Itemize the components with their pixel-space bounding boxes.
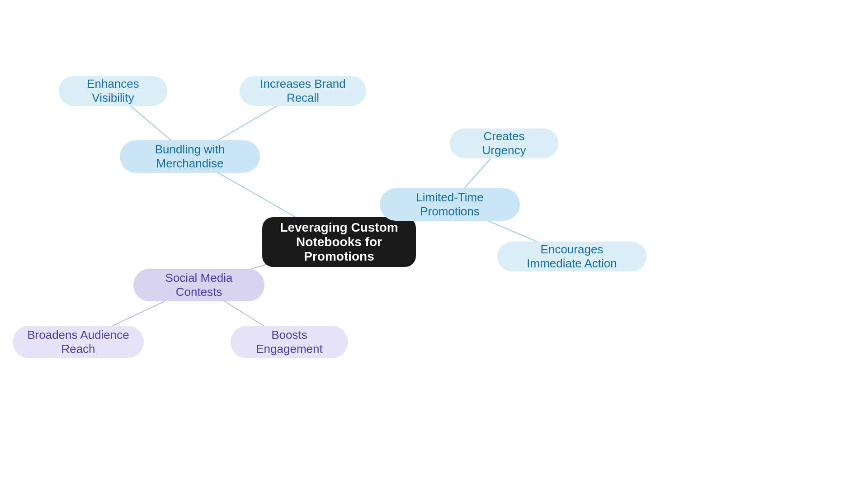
node-limited: Limited-Time Promotions <box>380 188 520 221</box>
node-creates: Creates Urgency <box>450 128 558 158</box>
node-boosts: Boosts Engagement <box>231 326 348 358</box>
node-bundling: Bundling with Merchandise <box>120 140 260 173</box>
node-enhances: Enhances Visibility <box>59 76 167 106</box>
mindmap-container: Leveraging Custom Notebooks for Promotio… <box>0 0 868 490</box>
node-encourages: Encourages Immediate Action <box>497 242 646 271</box>
node-social: Social Media Contests <box>133 269 264 301</box>
center-node: Leveraging Custom Notebooks for Promotio… <box>262 217 416 267</box>
connections-svg <box>0 0 868 490</box>
node-increases: Increases Brand Recall <box>240 76 366 106</box>
node-broadens: Broadens Audience Reach <box>13 326 144 358</box>
